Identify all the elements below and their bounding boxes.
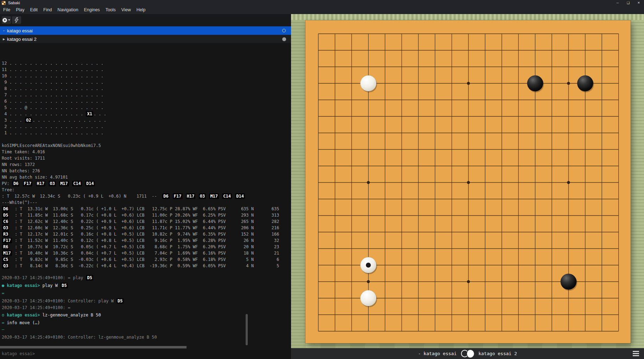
menu-item-edit[interactable]: Edit [27, 6, 40, 14]
console-line: 1 . . . . . . . . . . . . . . . . . . . [2, 130, 291, 136]
move-badge[interactable]: D6 [162, 193, 169, 199]
black-stone-R16 [577, 75, 593, 91]
console-text: 7 . . . . . . . . . . . . . . . . . . . [2, 92, 103, 97]
console-line: koSIMPLEscoreAREAtaxNONEsui0whbNkomi7.5 [2, 142, 291, 149]
console-text: ---White(^)--- [2, 200, 37, 205]
console-line: Q3 : T 8.14c W 8.36c S -0.22c ( +0.4 L +… [2, 263, 291, 269]
menu-item-navigation[interactable]: Navigation [55, 6, 81, 14]
engine-row-1[interactable]: -katago essai [0, 26, 291, 35]
move-badge[interactable]: D5 [61, 283, 68, 288]
console-text [206, 194, 209, 199]
player-swap-toggle[interactable] [461, 350, 474, 358]
console-line: Time taken: 4.016 [2, 149, 291, 155]
console-text: 6 . . . . . . . . . . . . . . . . . . . [2, 99, 103, 104]
move-badge[interactable]: R3 [2, 231, 9, 237]
console-input[interactable]: katago essai> [2, 351, 35, 356]
move-badge[interactable]: F17 [2, 238, 12, 243]
move-badge[interactable]: C6 [2, 219, 9, 224]
console-text [33, 181, 35, 186]
move-badge[interactable]: D5 [86, 275, 93, 281]
vertical-scrollbar[interactable] [246, 314, 248, 345]
console-text: . . . [94, 111, 106, 116]
horizontal-scrollbar[interactable] [0, 346, 187, 348]
move-badge[interactable]: D6 [2, 206, 9, 212]
star-point [467, 181, 470, 184]
window-title: Sabaki [8, 1, 20, 5]
gtp-console[interactable]: 12 . . . . . . . . . . . . . . . . . . .… [0, 43, 291, 346]
console-text [20, 181, 22, 186]
console-line: 2 . . . . . . . . . . . . . . . . . . . [2, 123, 291, 130]
move-badge[interactable]: C14 [222, 193, 232, 199]
console-text: 8 . . . . . . . . . . . . . . . . . . . [2, 86, 103, 91]
console-text: : T 12.62c W 12.40c S 0.22c ( +0.9 L +0.… [10, 219, 279, 224]
engine-row-2[interactable]: ▶katago essai 2 [0, 35, 291, 43]
console-line: F17 : T 11.52c W 11.40c S 0.12c ( +0.8 L… [2, 237, 291, 244]
console-text: 5 . . . @ . . . . . . . . . . . . . . . [2, 105, 103, 110]
console-line: R3 : T 12.17c W 12.01c S 0.16c ( +0.8 L … [2, 231, 291, 237]
console-line: 6 . . . . . . . . . . . . . . . . . . . [2, 98, 291, 104]
move-badge[interactable]: Q3 [2, 263, 9, 269]
menu-item-help[interactable]: Help [134, 6, 149, 14]
move-badge[interactable]: F17 [23, 181, 33, 186]
console-text: 11 . . . . . . . . . . . . . . . . . . . [2, 67, 103, 72]
console-line: O3 : T 12.60c W 12.36c S 0.25c ( +0.9 L … [2, 225, 291, 231]
move-badge[interactable]: R6 [2, 244, 9, 250]
menu-item-tools[interactable]: Tools [103, 6, 119, 14]
menu-item-play[interactable]: Play [13, 6, 27, 14]
console-text: : T 13.31c W 13.00c S 0.31c ( +1.0 L +0.… [10, 206, 279, 211]
move-badge[interactable]: O2 [25, 117, 32, 123]
white-stone-disc-icon [466, 350, 474, 358]
title-bar: Sabaki ─❑✕ [0, 0, 644, 6]
move-badge[interactable]: C5 [2, 257, 9, 262]
move-badge[interactable]: D6 [12, 181, 19, 186]
console-text: : T 11.85c W 11.68c S 0.17c ( +0.8 L +0.… [10, 213, 279, 218]
console-text: PV: [2, 181, 12, 186]
white-engine-label[interactable]: katago essai 2 [479, 351, 517, 356]
menu-item-engines[interactable]: Engines [81, 6, 102, 14]
console-line: R6 : T 10.77c W 10.72c S 0.05c ( +0.7 L … [2, 244, 291, 250]
console-text [183, 194, 185, 199]
engine-name: katago essai 2 [7, 37, 37, 42]
console-text: : T 10.40c W 10.36c S 0.04c ( +0.7 L +0.… [12, 251, 279, 256]
move-badge[interactable]: C14 [72, 181, 82, 186]
move-badge[interactable]: O3 [2, 225, 9, 231]
console-text: 1 . . . . . . . . . . . . . . . . . . . [2, 130, 103, 135]
start-engine-button[interactable] [2, 16, 11, 24]
move-badge[interactable]: H17 [36, 181, 46, 186]
console-line: NN batches: 276 [2, 168, 291, 174]
black-engine-label[interactable]: - katago essai [418, 351, 457, 356]
console-line: NN rows: 1372 [2, 161, 291, 168]
console-line: ---White(^)--- [2, 199, 291, 206]
move-badge[interactable]: M17 [2, 250, 12, 256]
engine-action-button[interactable] [12, 16, 21, 24]
menu-item-find[interactable]: Find [40, 6, 55, 14]
console-text [69, 181, 72, 186]
console-line: 10 . . . . . . . . . . . . . . . . . . . [2, 73, 291, 79]
move-badge[interactable]: D5 [2, 212, 9, 218]
move-badge[interactable]: X1 [86, 111, 93, 117]
move-badge[interactable]: D5 [116, 298, 124, 304]
go-board[interactable] [305, 20, 631, 343]
menu-item-view[interactable]: View [119, 6, 134, 14]
menu-item-file[interactable]: File [0, 6, 13, 14]
move-badge[interactable]: O3 [49, 181, 56, 186]
move-badge[interactable]: D14 [85, 181, 95, 186]
move-badge[interactable]: H17 [186, 193, 196, 199]
move-badge[interactable]: O3 [199, 193, 206, 199]
console-text: 12 . . . . . . . . . . . . . . . . . . . [2, 61, 103, 66]
move-badge[interactable]: D14 [235, 193, 245, 199]
console-line: : T 12.57c W 12.34c S 0.23c ( +0.9 L +0.… [2, 193, 291, 199]
console-text: : T 9.82c W 9.85c S -0.03c ( +0.6 L +0.5… [10, 257, 279, 262]
move-badge[interactable]: M17 [209, 193, 219, 199]
bottom-engine-bar: - katago essai katago essai 2 [291, 348, 644, 359]
console-text: 2020-03-17 14:25:49+0100: = play [2, 275, 86, 280]
console-text: = [2, 320, 7, 325]
black-stone-Q4 [561, 274, 577, 290]
maximize-button[interactable]: ❑ [623, 0, 633, 6]
console-line: Root visits: 1711 [2, 155, 291, 161]
hamburger-menu-icon[interactable] [633, 351, 639, 356]
move-badge[interactable]: F17 [173, 193, 183, 199]
close-button[interactable]: ✕ [633, 0, 644, 6]
move-badge[interactable]: M17 [59, 181, 69, 186]
minimize-button[interactable]: ─ [612, 0, 623, 6]
